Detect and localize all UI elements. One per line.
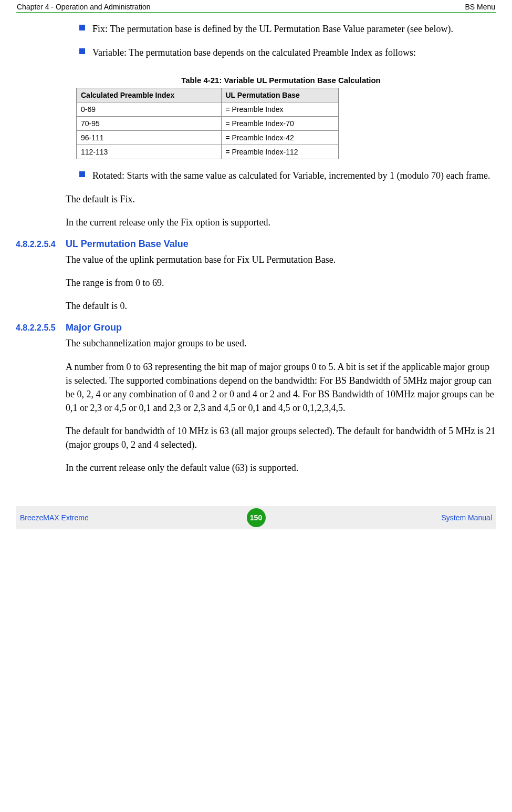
page-number-badge: 150 — [247, 508, 266, 527]
paragraph: In the current release only the Fix opti… — [66, 215, 496, 229]
bullet-text: Fix: The permutation base is defined by … — [92, 22, 453, 36]
square-bullet-icon — [79, 171, 85, 177]
header-chapter: Chapter 4 - Operation and Administration — [17, 3, 150, 11]
table-row: 96-111 = Preamble Index-42 — [77, 131, 339, 145]
paragraph: The default for bandwidth of 10 MHz is 6… — [66, 424, 496, 451]
page-header: Chapter 4 - Operation and Administration… — [16, 0, 496, 13]
paragraph: In the current release only the default … — [66, 461, 496, 475]
table-cell: 96-111 — [77, 131, 222, 145]
footer-doc-title: System Manual — [266, 513, 493, 522]
square-bullet-icon — [79, 48, 85, 54]
header-section: BS Menu — [465, 3, 495, 11]
table-cell: = Preamble Index-70 — [221, 117, 339, 131]
paragraph: The default is 0. — [66, 299, 496, 313]
section-number: 4.8.2.2.5.4 — [16, 240, 66, 249]
paragraph: A number from 0 to 63 representing the b… — [66, 360, 496, 415]
section-heading: 4.8.2.2.5.4 UL Permutation Base Value — [16, 239, 496, 250]
table-row: 112-113 = Preamble Index-112 — [77, 145, 339, 159]
square-bullet-icon — [79, 25, 85, 30]
table-cell: = Preamble Index-42 — [221, 131, 339, 145]
table-cell: 70-95 — [77, 117, 222, 131]
table-header-row: Calculated Preamble Index UL Permutation… — [77, 88, 339, 102]
table-cell: = Preamble Index — [221, 102, 339, 117]
table-row: 0-69 = Preamble Index — [77, 102, 339, 117]
paragraph: The default is Fix. — [66, 192, 496, 206]
table-header-cell: UL Permutation Base — [221, 88, 339, 102]
paragraph: The subchannelization major groups to be… — [66, 336, 496, 350]
table-cell: = Preamble Index-112 — [221, 145, 339, 159]
bullet-item: Variable: The permutation base depends o… — [79, 46, 496, 60]
section-heading: 4.8.2.2.5.5 Major Group — [16, 322, 496, 333]
table-header-cell: Calculated Preamble Index — [77, 88, 222, 102]
section-title: Major Group — [66, 322, 122, 333]
table-row: 70-95 = Preamble Index-70 — [77, 117, 339, 131]
section-title: UL Permutation Base Value — [66, 239, 189, 250]
bullet-text: Rotated: Starts with the same value as c… — [92, 169, 490, 183]
page-footer: BreezeMAX Extreme 150 System Manual — [16, 506, 496, 529]
bullet-item: Rotated: Starts with the same value as c… — [79, 169, 496, 183]
section-number: 4.8.2.2.5.5 — [16, 323, 66, 333]
bullet-item: Fix: The permutation base is defined by … — [79, 22, 496, 36]
paragraph: The range is from 0 to 69. — [66, 276, 496, 290]
permutation-table: Calculated Preamble Index UL Permutation… — [76, 88, 339, 159]
table-cell: 0-69 — [77, 102, 222, 117]
bullet-text: Variable: The permutation base depends o… — [92, 46, 416, 60]
table-cell: 112-113 — [77, 145, 222, 159]
footer-product: BreezeMAX Extreme — [20, 513, 247, 522]
table-caption: Table 4-21: Variable UL Permutation Base… — [66, 76, 496, 85]
paragraph: The value of the uplink permutation base… — [66, 253, 496, 266]
